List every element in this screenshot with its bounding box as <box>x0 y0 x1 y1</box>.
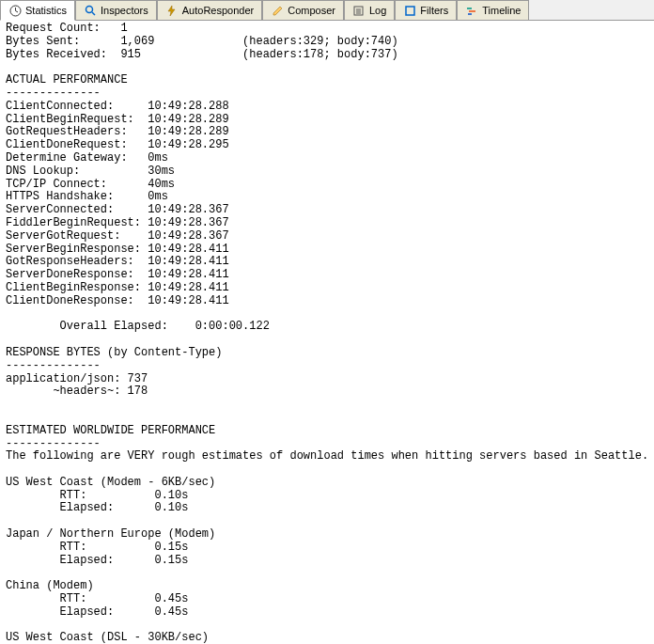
svg-line-2 <box>15 10 18 12</box>
svg-rect-13 <box>469 10 475 12</box>
bolt-icon <box>165 4 179 17</box>
tab-autoresponder[interactable]: AutoResponder <box>157 0 262 20</box>
statistics-content: Request Count: 1 Bytes Sent: 1,069 (head… <box>0 21 654 644</box>
tab-label: Timeline <box>482 5 521 16</box>
svg-point-3 <box>86 6 92 12</box>
tab-label: Inspectors <box>101 5 148 16</box>
tab-bar: Statistics Inspectors AutoResponder Comp… <box>0 0 654 21</box>
log-icon <box>352 4 366 17</box>
svg-line-4 <box>92 12 95 15</box>
tab-inspectors[interactable]: Inspectors <box>75 0 157 20</box>
inspect-icon <box>84 4 97 17</box>
tab-label: Statistics <box>25 5 67 16</box>
tab-composer[interactable]: Composer <box>262 0 344 20</box>
tab-timeline[interactable]: Timeline <box>457 0 529 20</box>
tab-label: Composer <box>288 5 335 16</box>
clock-icon <box>8 4 22 17</box>
tab-label: Log <box>369 5 386 16</box>
svg-rect-14 <box>468 13 472 15</box>
svg-marker-6 <box>273 7 282 15</box>
pencil-icon <box>271 4 284 17</box>
svg-rect-11 <box>406 7 414 15</box>
tab-log[interactable]: Log <box>344 0 395 20</box>
tab-filters[interactable]: Filters <box>395 0 457 20</box>
svg-rect-12 <box>467 8 472 9</box>
tab-statistics[interactable]: Statistics <box>0 0 75 21</box>
tab-label: AutoResponder <box>182 5 254 16</box>
timeline-icon <box>465 4 478 17</box>
tab-label: Filters <box>420 5 448 16</box>
svg-marker-5 <box>168 6 175 16</box>
filter-icon <box>403 4 416 17</box>
